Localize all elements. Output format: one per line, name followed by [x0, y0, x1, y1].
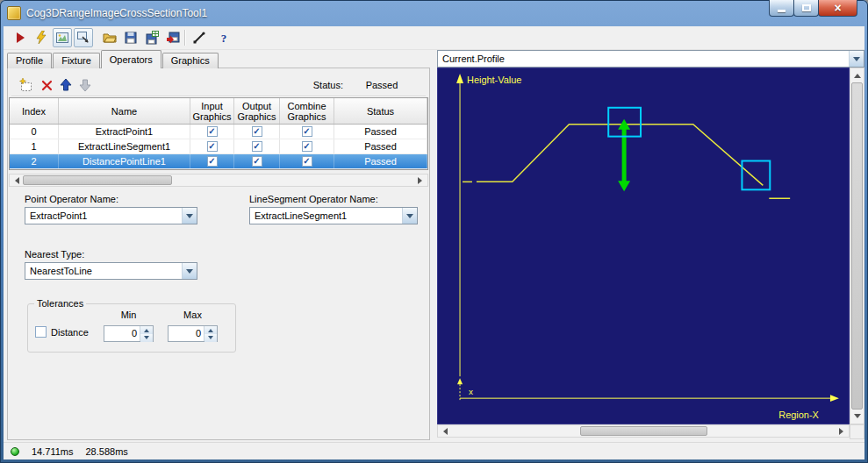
show-image-button[interactable]	[53, 28, 72, 47]
tab-operators[interactable]: Operators	[101, 50, 161, 68]
open-folder-icon	[103, 31, 117, 45]
graphics-checkbox[interactable]: ✓	[302, 126, 312, 137]
arrow-up-icon	[59, 78, 73, 92]
table-hscrollbar[interactable]	[9, 174, 428, 187]
float-image-button[interactable]	[74, 28, 93, 47]
open-button[interactable]	[100, 28, 119, 47]
column-header-index[interactable]: Index	[10, 98, 59, 124]
graphics-checkbox[interactable]: ✓	[207, 156, 218, 167]
tab-fixture[interactable]: Fixture	[53, 53, 100, 68]
spinner-value[interactable]: 0	[169, 326, 204, 341]
maximize-icon	[802, 4, 811, 11]
spin-down-button[interactable]	[204, 334, 217, 342]
run-electric-button[interactable]	[32, 28, 51, 47]
save-button[interactable]	[121, 28, 140, 47]
save-image-button[interactable]	[142, 28, 161, 47]
distance-min-spinner[interactable]: 0	[104, 325, 154, 342]
spin-up-button[interactable]	[204, 326, 217, 334]
min-label: Min	[104, 310, 154, 320]
scroll-left-button[interactable]	[438, 425, 451, 437]
operator-table-header: IndexNameInput GraphicsOutput GraphicsCo…	[10, 98, 427, 125]
table-cell: 0	[10, 125, 59, 139]
operator-row[interactable]: 0ExtractPoint1✓✓✓Passed	[10, 125, 427, 139]
table-cell: Passed	[334, 139, 427, 153]
move-down-button[interactable]	[76, 76, 94, 94]
svg-text:x: x	[469, 387, 473, 396]
linesegment-operator-combo[interactable]: ExtractLineSegment1	[249, 207, 418, 224]
scroll-down-button[interactable]	[850, 410, 864, 424]
profile-selector-combo[interactable]: Current.Profile	[437, 50, 864, 68]
distance-checkbox[interactable]	[35, 326, 47, 338]
move-up-button[interactable]	[57, 76, 75, 94]
svg-text:?: ?	[221, 32, 227, 45]
tab-profile[interactable]: Profile	[7, 53, 52, 68]
status-label: Status:	[271, 80, 343, 90]
point-operator-combo[interactable]: ExtractPoint1	[25, 207, 197, 224]
scroll-up-button[interactable]	[850, 68, 864, 82]
plot-vscrollbar[interactable]	[850, 68, 864, 424]
column-header-input-graphics[interactable]: Input Graphics	[190, 98, 234, 124]
nearest-type-combo[interactable]: NearestToLine	[25, 262, 197, 280]
scroll-up-icon	[854, 70, 861, 78]
run-icon	[13, 31, 27, 45]
scroll-thumb[interactable]	[851, 82, 863, 410]
main-toolbar: ?	[4, 26, 864, 50]
table-cell: ExtractPoint1	[59, 125, 190, 139]
titlebar[interactable]: Cog3DRangeImageCrossSectionTool1 ×	[0, 0, 868, 26]
table-cell: ✓	[190, 154, 234, 168]
graphics-checkbox[interactable]: ✓	[302, 141, 312, 152]
graphics-checkbox[interactable]: ✓	[252, 141, 262, 152]
spin-up-icon	[144, 326, 149, 332]
help-button[interactable]: ?	[214, 28, 233, 47]
plot-hscrollbar[interactable]	[437, 424, 850, 438]
scroll-left-button[interactable]	[10, 175, 23, 186]
scroll-right-button[interactable]	[836, 425, 849, 437]
column-header-combine-graphics[interactable]: Combine Graphics	[280, 98, 334, 124]
graphics-checkbox[interactable]: ✓	[252, 126, 262, 137]
chevron-down-icon[interactable]	[849, 51, 864, 67]
scroll-left-icon	[11, 177, 19, 184]
profile-plot-area[interactable]: Height-ValueRegion-Xx	[437, 68, 850, 424]
scroll-right-button[interactable]	[414, 175, 427, 186]
tolerances-title: Tolerances	[34, 298, 86, 309]
scroll-thumb[interactable]	[580, 426, 707, 436]
floppy-image-icon	[145, 31, 159, 45]
table-cell: ✓	[190, 125, 234, 139]
column-header-output-graphics[interactable]: Output Graphics	[234, 98, 280, 124]
column-header-name[interactable]: Name	[59, 98, 190, 124]
graphics-checkbox[interactable]: ✓	[207, 141, 218, 152]
add-operator-button[interactable]	[17, 76, 34, 94]
table-cell: ✓	[280, 139, 334, 153]
graphics-checkbox[interactable]: ✓	[302, 156, 312, 167]
operator-row[interactable]: 2DistancePointLine1✓✓✓Passed	[10, 154, 427, 169]
column-header-status[interactable]: Status	[334, 98, 427, 124]
tolerances-groupbox: Tolerances Min Max Distance 0 0	[27, 303, 236, 353]
delete-operator-button[interactable]	[38, 76, 55, 94]
graphics-checkbox[interactable]: ✓	[252, 156, 262, 167]
import-button[interactable]	[163, 28, 183, 47]
float-window-icon	[76, 31, 90, 45]
scroll-left-icon	[440, 428, 448, 435]
profile-plot-svg: Height-ValueRegion-Xx	[438, 68, 849, 424]
measure-button[interactable]	[190, 28, 209, 47]
tab-strip: ProfileFixtureOperatorsGraphics	[7, 50, 219, 68]
operator-row[interactable]: 1ExtractLineSegment1✓✓✓Passed	[10, 139, 427, 154]
spin-up-button[interactable]	[140, 326, 153, 334]
minimize-button[interactable]	[769, 0, 794, 17]
close-icon: ×	[834, 2, 841, 14]
graphics-checkbox[interactable]: ✓	[207, 126, 218, 137]
spinner-value[interactable]: 0	[104, 326, 140, 341]
scroll-right-icon	[839, 428, 847, 435]
distance-max-spinner[interactable]: 0	[168, 325, 218, 342]
table-cell: ExtractLineSegment1	[59, 139, 190, 153]
maximize-button[interactable]	[793, 0, 819, 17]
close-button[interactable]: ×	[818, 0, 857, 17]
scroll-thumb[interactable]	[23, 175, 172, 185]
spin-down-button[interactable]	[140, 334, 153, 342]
chevron-down-icon[interactable]	[182, 208, 197, 224]
scrollbar-corner	[850, 424, 864, 439]
run-button[interactable]	[11, 28, 30, 47]
chevron-down-icon[interactable]	[182, 263, 197, 279]
chevron-down-icon[interactable]	[402, 208, 417, 224]
tab-graphics[interactable]: Graphics	[162, 53, 219, 68]
